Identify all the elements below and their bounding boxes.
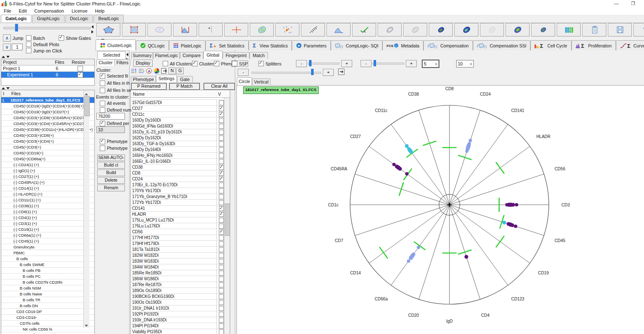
histogram-plot-button[interactable] <box>327 23 351 37</box>
cluster-dot-CD66a[interactable] <box>407 259 410 263</box>
project-row[interactable]: Experiment 16 <box>1 72 94 78</box>
cluster-dot-CD27[interactable] <box>405 172 408 175</box>
marker-checkbox[interactable] <box>219 294 224 299</box>
marker-row[interactable]: CD27 <box>131 106 230 112</box>
cluster-dot-CD24[interactable] <box>469 139 472 142</box>
tab-fingerprint[interactable]: Fingerprint <box>223 52 249 59</box>
splitter-CD4[interactable] <box>458 250 471 254</box>
file-row[interactable]: (-) CD3(1) (+) <box>1 221 94 227</box>
marker-checkbox[interactable] <box>219 153 224 158</box>
marker-checkbox[interactable] <box>219 235 224 240</box>
marker-checkbox[interactable] <box>219 212 224 217</box>
export-icon[interactable] <box>161 68 168 75</box>
defined-number-field[interactable]: 76200 <box>96 113 125 120</box>
marker-checkbox[interactable] <box>219 312 224 317</box>
cluster-file-option[interactable]: All files In se <box>100 88 131 93</box>
trash-button[interactable] <box>634 23 644 37</box>
file-row[interactable]: PBMC <box>1 250 94 256</box>
marker-checkbox[interactable] <box>219 300 224 305</box>
file-row[interactable]: 1181017_reference_tube_day1_01.FCS <box>1 97 94 103</box>
marker-row[interactable]: 186W W186Di <box>131 276 230 282</box>
marker-row[interactable]: 182W W182Di <box>131 253 230 258</box>
file-row[interactable]: NK cells CD56 mid <box>1 332 94 334</box>
marker-checkbox[interactable] <box>219 112 224 117</box>
radar-wheel-plot[interactable]: CD8CD24CD141HLADRCD56CD3CD45CD19CD123CD4… <box>236 85 644 334</box>
marker-checkbox[interactable] <box>219 277 224 282</box>
marker-row[interactable]: 164Dy Dy164Di <box>131 147 230 153</box>
cluster-dot-CD45[interactable] <box>502 221 506 224</box>
file-row[interactable]: CD3-CD19- <box>1 315 94 321</box>
tab-beadlogic[interactable]: BeadLogic <box>93 15 124 22</box>
marker-checkbox[interactable] <box>219 318 224 323</box>
marker-checkbox[interactable] <box>219 224 224 229</box>
marker-checkbox[interactable] <box>219 265 224 270</box>
marker-checkbox[interactable] <box>219 306 224 311</box>
file-row[interactable]: CD45(+)CD3(+)CD8(+) <box>1 133 94 138</box>
p-match-button[interactable]: P Match <box>169 83 200 90</box>
marker-checkbox[interactable] <box>219 218 224 223</box>
tab-cell-cycle[interactable]: ΣCell Cycle <box>530 40 571 50</box>
density-blue-large-button[interactable] <box>454 23 478 37</box>
p-renamed-button[interactable]: P Renamed <box>131 83 166 90</box>
checkbox[interactable] <box>26 35 31 41</box>
slider-2-handle[interactable] <box>374 60 376 66</box>
marker-checkbox[interactable] <box>219 259 224 264</box>
file-row[interactable]: CD45(+)CD3(+)CD4(+) <box>1 138 94 144</box>
plot-grow-button[interactable]: + <box>323 69 334 76</box>
file-row[interactable]: CD7hi cells <box>1 321 94 326</box>
quadrant-gate-button[interactable] <box>224 23 248 37</box>
tab-curve-fit[interactable]: ΣCurve Fit <box>616 40 644 50</box>
marker-row[interactable]: 175Lu_MCP1 Lu175Di <box>131 217 230 223</box>
marker-checkbox[interactable] <box>219 253 224 258</box>
heat-dot-plot-button[interactable] <box>275 23 299 37</box>
file-row[interactable]: (-) CD8(1) (+) <box>1 209 94 215</box>
clipboard-button[interactable] <box>582 23 606 37</box>
tab-gate[interactable]: Gate <box>177 76 193 82</box>
checkbox[interactable] <box>26 48 31 53</box>
restore-button[interactable]: ❐ <box>627 1 639 7</box>
marker-checkbox[interactable] <box>219 288 224 293</box>
cluster-dot-CD11c[interactable] <box>409 150 413 154</box>
density-heat-button[interactable] <box>506 23 530 37</box>
file-row[interactable]: (-) CD45(1) (+) <box>1 238 94 244</box>
marker-row[interactable]: CD56 <box>131 229 230 235</box>
delete-button[interactable]: Delete <box>97 177 125 184</box>
marker-row[interactable]: Viability Pt195Di <box>131 329 230 334</box>
display-option-clusters[interactable]: Clusters <box>192 61 216 66</box>
file-row[interactable]: NK cells CD56 hi <box>1 326 94 332</box>
file-row[interactable]: B cells TR <box>1 297 94 303</box>
marker-row[interactable]: 163Dy_TGF-b Dy163Di <box>131 141 230 147</box>
marker-checkbox[interactable] <box>219 165 224 170</box>
marker-checkbox[interactable] <box>219 206 224 211</box>
splitter-CD24[interactable] <box>458 155 471 160</box>
resize-checkbox[interactable] <box>78 72 83 78</box>
cluster-dot-CD66a[interactable] <box>417 246 420 249</box>
grow-button-1[interactable]: + <box>341 60 352 67</box>
checkbox[interactable] <box>59 35 64 41</box>
splitter-CD38[interactable] <box>423 141 436 146</box>
marker-row[interactable]: 170Yb Yb170Di <box>131 188 230 194</box>
file-row[interactable]: B cells SWME <box>1 262 94 268</box>
option-show-gates[interactable]: Show Gates <box>59 35 91 41</box>
marker-checkbox[interactable] <box>219 118 224 123</box>
dot-plot-button[interactable] <box>301 23 325 37</box>
color-wheel-icon[interactable] <box>153 68 160 75</box>
display-option-all-clusters[interactable]: All Clusters <box>163 61 192 66</box>
file-row[interactable]: CD45(+)CD19(+) <box>1 150 94 156</box>
build-button[interactable]: Build <box>97 170 125 176</box>
file-row[interactable]: CD45(+)CD66a(+) <box>1 156 94 162</box>
marker-row[interactable]: 179Hf Hf179Di <box>131 241 230 247</box>
file-row[interactable]: CD45(+)CD3(+)CD4(+)CD45RA(+)CD27(+) <box>1 121 94 127</box>
split-gate-button[interactable] <box>199 23 223 37</box>
marker-checkbox[interactable] <box>219 141 224 146</box>
file-row[interactable]: B cells <box>1 256 94 262</box>
file-row[interactable]: B cells DN <box>1 303 94 309</box>
tab-clusterlogic[interactable]: ClusterLogic <box>96 39 136 50</box>
marker-row[interactable]: 191Ir_DNA1 Ir191Di <box>131 305 230 311</box>
build-cl-button[interactable]: Build cl <box>97 162 125 169</box>
tab-complogic-sqi[interactable]: CompLogic- SQI <box>331 40 383 50</box>
marker-checkbox[interactable] <box>219 200 224 205</box>
marker-checkbox[interactable] <box>219 247 224 252</box>
file-row[interactable]: (-) CD4(1) (+) <box>1 215 94 221</box>
marker-row[interactable]: CD141 <box>131 206 230 211</box>
